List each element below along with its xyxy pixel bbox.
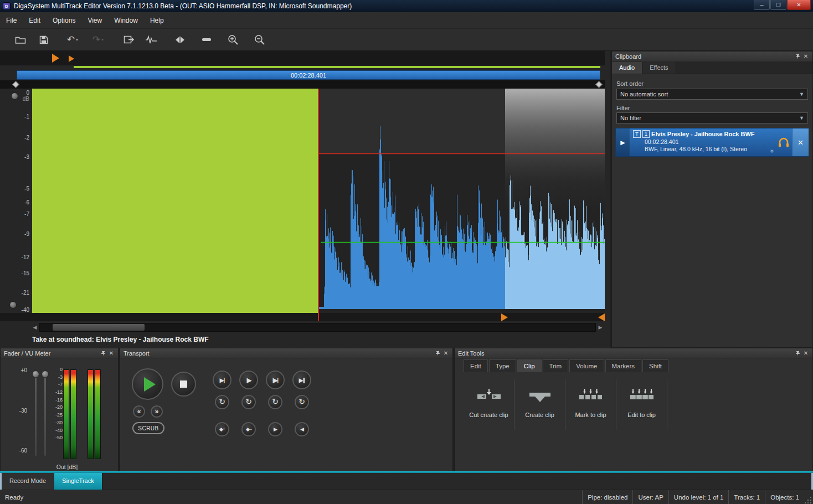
status-ready: Ready [0, 494, 23, 501]
loop-button-4[interactable]: ↻ [295, 395, 309, 409]
undo-dropdown-icon[interactable]: ▾ [76, 37, 78, 42]
close-panel-icon[interactable]: ✕ [442, 350, 449, 356]
snap-to-marker-icon [175, 36, 185, 44]
loop-icon: ↻ [245, 397, 252, 406]
locator-strip[interactable] [0, 80, 605, 89]
db-scale: 0dB-1-2-3-5-6-7-9-12-15-21-40 [0, 89, 32, 313]
menu-file[interactable]: File [0, 12, 23, 29]
selection-end-marker-icon[interactable] [598, 313, 605, 321]
redo-button[interactable]: ↷▾ [91, 32, 105, 48]
menu-edit[interactable]: Edit [23, 12, 47, 29]
loop-button-2[interactable]: ↻ [241, 395, 256, 409]
tab-shift[interactable]: Shift [642, 359, 668, 372]
meter-scale-label: -16 [49, 397, 63, 405]
close-panel-icon[interactable]: ✕ [108, 350, 115, 356]
fader-thumb-right[interactable] [42, 371, 49, 378]
rewind-button[interactable]: « [133, 405, 145, 418]
scroll-right-icon[interactable]: ▶ [596, 323, 605, 332]
pin-icon[interactable] [435, 351, 440, 356]
play-to-mark-button[interactable]: ▶| [213, 371, 231, 389]
waveform-area: 0dB-1-2-3-5-6-7-9-12-15-21-40 [0, 89, 605, 313]
cue-marker-icon[interactable] [69, 55, 74, 62]
tab-trim[interactable]: Trim [543, 359, 569, 372]
loop-button-3[interactable]: ↻ [268, 395, 282, 409]
selected-region-block[interactable] [32, 89, 318, 313]
waveform-canvas[interactable] [318, 89, 605, 313]
maximize-button[interactable]: ❐ [770, 0, 786, 10]
tab-edit[interactable]: Edit [464, 359, 488, 372]
scrollbar-track[interactable] [39, 323, 596, 332]
stop-button[interactable] [171, 372, 196, 397]
scale-knob-top-icon[interactable] [11, 92, 18, 100]
menu-view[interactable]: View [81, 12, 108, 29]
menu-help[interactable]: Help [144, 12, 170, 29]
collapse-chevron-icon[interactable]: « [768, 128, 775, 156]
add-marker-button[interactable]: ◆+ [215, 422, 229, 436]
cut-create-clip-button[interactable]: Cut create clip [464, 379, 514, 430]
overview-loaded-bar [74, 66, 600, 68]
fader-thumb-left[interactable] [32, 371, 39, 378]
delete-marker-button[interactable]: ◆− [241, 422, 256, 436]
loop-button-1[interactable]: ↻ [215, 395, 229, 409]
play-from-mark-button[interactable]: |▶ [239, 371, 258, 389]
undo-button[interactable]: ↶▾ [65, 32, 80, 48]
play-reverse-button[interactable]: ◀ [295, 422, 309, 436]
sort-order-select[interactable]: No automatic sort ▼ [616, 89, 808, 100]
minimize-button[interactable]: ─ [754, 0, 770, 10]
clip-delete-button[interactable]: ✕ [792, 128, 809, 156]
save-button[interactable] [37, 32, 51, 48]
resize-grip[interactable] [805, 496, 812, 503]
prelisten-button[interactable] [775, 128, 792, 156]
scrollbar-thumb[interactable] [53, 324, 145, 331]
clipboard-item[interactable]: ▶ T 1 Elvis Presley - Jailhouse Rock BWF… [615, 128, 809, 157]
marker-ruler[interactable] [0, 51, 605, 65]
play-selection-button[interactable]: |▶| [266, 371, 285, 389]
pin-icon[interactable] [795, 351, 800, 356]
tab-record-mode[interactable]: Record Mode [2, 473, 54, 490]
tab-clip[interactable]: Clip [517, 359, 542, 372]
waveform-tool-button[interactable] [144, 32, 158, 48]
meter-scale-label: -12 [49, 389, 63, 397]
fader-track-right[interactable] [44, 373, 46, 456]
remove-button[interactable] [199, 32, 214, 48]
pin-icon[interactable] [795, 54, 800, 59]
play-button[interactable] [132, 368, 163, 400]
tab-markers[interactable]: Markers [605, 359, 642, 372]
clipboard-header: Clipboard ✕ [612, 52, 812, 61]
close-panel-icon[interactable]: ✕ [802, 53, 809, 59]
zoom-in-button[interactable] [226, 32, 240, 48]
tab-effects[interactable]: Effects [642, 62, 676, 74]
tab-singletrack[interactable]: SingleTrack [54, 473, 102, 490]
zoom-out-button[interactable] [253, 32, 267, 48]
pin-icon[interactable] [101, 351, 106, 356]
tab-type[interactable]: Type [489, 359, 516, 372]
snap-to-marker-button[interactable] [173, 32, 187, 48]
play-marker-icon[interactable] [52, 54, 59, 63]
scale-knob-bottom-icon[interactable] [9, 301, 17, 308]
fader-track-left[interactable] [35, 373, 37, 456]
db-unit-label: dB [23, 96, 29, 102]
close-panel-icon[interactable]: ✕ [802, 350, 809, 356]
edit-to-clip-button[interactable]: Edit to clip [616, 379, 667, 430]
selection-strip[interactable] [0, 313, 605, 321]
create-clip-button[interactable]: Create clip [514, 379, 565, 430]
play-short-button[interactable]: ▶ [268, 422, 282, 436]
clip-play-button[interactable]: ▶ [616, 128, 630, 156]
tab-volume[interactable]: Volume [569, 359, 604, 372]
tab-audio[interactable]: Audio [612, 62, 642, 74]
play-around-mark-button[interactable]: ▶|| [292, 371, 311, 389]
menu-window[interactable]: Window [108, 12, 144, 29]
app-icon: D [3, 2, 11, 10]
filter-select[interactable]: No filter ▼ [616, 112, 808, 124]
chevron-down-icon: ▼ [799, 91, 804, 97]
menu-options[interactable]: Options [47, 12, 81, 29]
selection-start-marker-icon[interactable] [501, 313, 508, 321]
scroll-left-icon[interactable]: ◀ [30, 323, 39, 332]
scrub-button[interactable]: SCRUB [132, 422, 164, 434]
import-take-button[interactable] [122, 32, 136, 48]
overview-position-bar[interactable]: 00:02:28.401 [17, 70, 600, 80]
mark-to-clip-button[interactable]: Mark to clip [565, 379, 616, 430]
open-button[interactable] [13, 32, 28, 48]
close-button[interactable]: ✕ [787, 0, 811, 10]
forward-button[interactable]: » [151, 405, 163, 418]
